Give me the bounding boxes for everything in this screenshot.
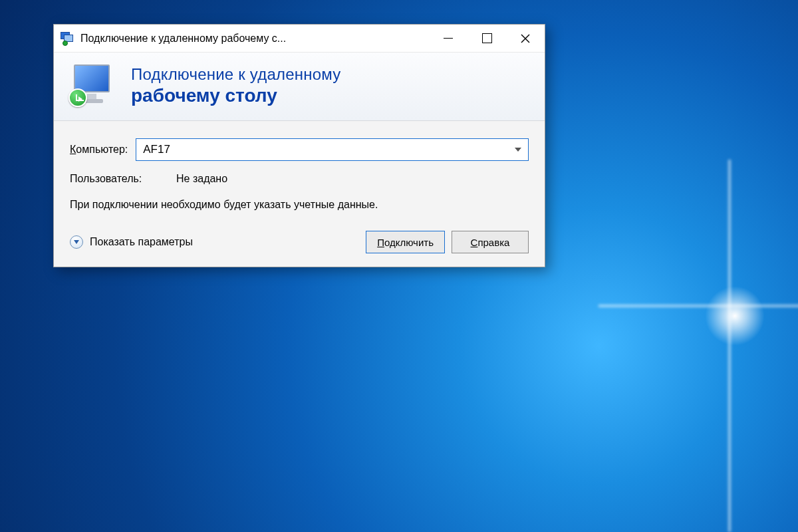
computer-combobox[interactable] xyxy=(136,138,529,161)
banner-line1: Подключение к удаленному xyxy=(131,65,340,84)
banner-title: Подключение к удаленному рабочему столу xyxy=(131,65,340,106)
help-button[interactable]: Справка xyxy=(452,231,529,253)
user-value: Не задано xyxy=(176,173,227,185)
window-title: Подключение к удаленному рабочему с... xyxy=(80,33,286,45)
close-button[interactable] xyxy=(506,25,545,53)
user-label: Пользователь: xyxy=(70,173,176,185)
rdp-monitor-icon xyxy=(68,63,116,108)
computer-label: Компьютер: xyxy=(70,144,128,156)
rdp-app-icon xyxy=(61,32,74,45)
dialog-footer: Показать параметры Подключить Справка xyxy=(70,231,529,253)
connect-button[interactable]: Подключить xyxy=(366,231,445,253)
desktop-glow xyxy=(705,286,765,346)
header-banner: Подключение к удаленному рабочему столу xyxy=(54,53,545,121)
banner-line2: рабочему столу xyxy=(131,85,340,106)
desktop-light-beam xyxy=(598,305,798,307)
user-row: Пользователь: Не задано xyxy=(70,173,529,185)
credentials-info-text: При подключении необходимо будет указать… xyxy=(70,197,429,212)
maximize-button[interactable] xyxy=(467,25,506,53)
titlebar[interactable]: Подключение к удаленному рабочему с... xyxy=(54,25,545,53)
desktop-light-beam xyxy=(728,160,731,532)
minimize-button[interactable] xyxy=(429,25,467,53)
computer-input[interactable] xyxy=(143,143,521,156)
dialog-body: Компьютер: Пользователь: Не задано При п… xyxy=(54,121,545,267)
show-options-label: Показать параметры xyxy=(90,236,193,248)
computer-row: Компьютер: xyxy=(70,138,529,161)
expand-down-icon xyxy=(70,235,83,249)
show-options-toggle[interactable]: Показать параметры xyxy=(70,235,193,249)
rdp-window: Подключение к удаленному рабочему с... П… xyxy=(53,24,545,267)
